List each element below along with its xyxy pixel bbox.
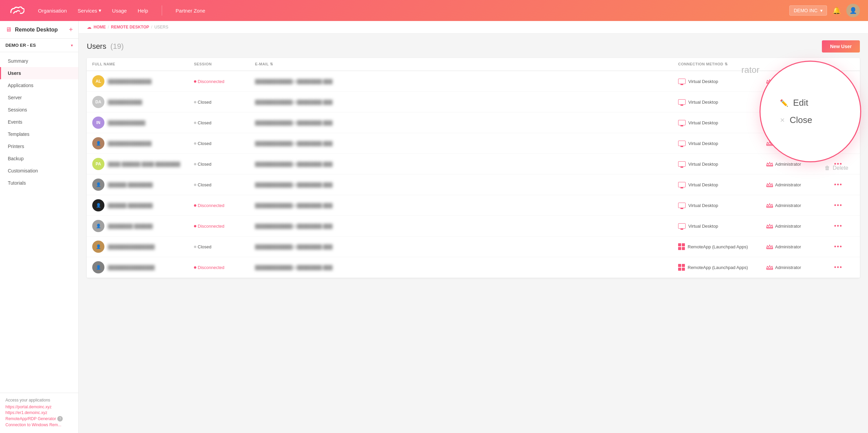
conn-label: Virtual Desktop	[688, 100, 718, 105]
crown-icon	[766, 203, 773, 208]
cell-role: Administrator	[766, 182, 834, 187]
sidebar-item-tutorials[interactable]: Tutorials	[0, 177, 78, 189]
sidebar-item-summary[interactable]: Summary	[0, 55, 78, 67]
sidebar-item-events[interactable]: Events	[0, 116, 78, 128]
col-connmethod[interactable]: CONNECTION METHOD ⇅	[678, 62, 766, 66]
svg-rect-9	[767, 269, 773, 270]
sidebar-title: Remote Desktop	[15, 27, 65, 33]
col-email[interactable]: E-MAIL ⇅	[255, 62, 678, 66]
session-dot	[194, 101, 196, 103]
table-row: 👤 ███████████████ Closed ████████████@██…	[87, 236, 860, 257]
users-table: FULL NAME SESSION E-MAIL ⇅ CONNECTION ME…	[87, 58, 860, 278]
conn-label: Virtual Desktop	[688, 141, 718, 146]
user-avatar: 👤	[92, 241, 104, 253]
monitor-icon	[678, 182, 686, 187]
cell-name: 👤 ██████████████	[92, 137, 194, 149]
nav-usage[interactable]: Usage	[112, 8, 127, 14]
conn-label: RemoteApp (Launchpad Apps)	[688, 265, 748, 270]
conn-label: Virtual Desktop	[688, 79, 718, 84]
row-actions-button[interactable]: •••	[834, 161, 854, 168]
content-area: Users (19) New User FULL NAME SESSION E-…	[79, 34, 868, 433]
user-name: ███████████	[108, 100, 142, 105]
sidebar-footer: Access your applications https://portal.…	[0, 393, 78, 433]
nav-help[interactable]: Help	[138, 8, 148, 14]
org-selector[interactable]: DEMO INC ▾	[789, 5, 827, 16]
remote-desktop-icon: 🖥	[5, 26, 12, 33]
cell-email: ████████████@████████.███	[255, 79, 678, 84]
context-menu-popup[interactable]: ✏️ Edit ✕ Close	[760, 61, 861, 162]
row-actions-button[interactable]: •••	[834, 181, 854, 188]
table-row: 👤 ██████████████ Closed ████████████@███…	[87, 133, 860, 154]
table-row: IN ████████████ Closed ████████████@████…	[87, 112, 860, 133]
cell-name: 👤 ██████ ████████	[92, 199, 194, 211]
popup-edit-item[interactable]: ✏️ Edit	[780, 98, 841, 108]
sidebar-item-templates[interactable]: Templates	[0, 128, 78, 140]
nav-services[interactable]: Services ▾	[78, 7, 101, 14]
page-title: Users (19)	[87, 42, 124, 51]
row-actions-button[interactable]: •••	[834, 202, 854, 209]
conn-label: Virtual Desktop	[688, 182, 718, 187]
session-dot	[194, 266, 196, 269]
nav-partner-zone[interactable]: Partner Zone	[176, 8, 205, 14]
nav-divider	[162, 5, 162, 16]
sidebar-add-button[interactable]: +	[69, 26, 73, 34]
logo[interactable]	[8, 5, 24, 16]
row-actions-button[interactable]: •••	[834, 223, 854, 230]
user-avatar[interactable]: 👤	[846, 4, 860, 17]
cell-session: Closed	[194, 244, 255, 249]
cell-name: DA ███████████	[92, 96, 194, 108]
user-name: ██████ ████████	[108, 182, 153, 187]
sidebar-item-backup[interactable]: Backup	[0, 152, 78, 165]
conn-label: Virtual Desktop	[688, 162, 718, 167]
cell-connection: Virtual Desktop	[678, 203, 766, 208]
sidebar-item-server[interactable]: Server	[0, 91, 78, 104]
close-icon: ✕	[780, 117, 785, 124]
cell-role: Administrator	[766, 265, 834, 270]
session-dot	[194, 184, 196, 186]
role-label: Administrator	[775, 203, 801, 208]
svg-rect-8	[767, 248, 773, 249]
nav-organisation[interactable]: Organisation	[38, 8, 67, 14]
sidebar-org[interactable]: DEMO ER - ES ▾	[0, 39, 78, 52]
popup-close-item[interactable]: ✕ Close	[780, 115, 841, 125]
user-avatar: 👤	[92, 220, 104, 232]
row-actions-button[interactable]: •••	[834, 243, 854, 250]
monitor-icon	[678, 141, 686, 146]
cell-session: Closed	[194, 120, 255, 125]
notification-bell-icon[interactable]: 🔔	[832, 6, 841, 15]
cell-email: ████████████@████████.███	[255, 265, 678, 270]
sidebar-item-applications[interactable]: Applications	[0, 79, 78, 91]
breadcrumb-section[interactable]: REMOTE DESKTOP	[111, 25, 149, 29]
cell-name: 👤 ███████████████	[92, 241, 194, 253]
crown-icon	[766, 265, 773, 270]
cell-name: 👤 ██████ ████████	[92, 179, 194, 191]
footer-link-rdp[interactable]: RemoteApp/RDP Generator ?	[5, 416, 73, 421]
new-user-button[interactable]: New User	[822, 40, 860, 53]
row-actions-button[interactable]: •••	[834, 264, 854, 271]
footer-link-er1[interactable]: https://er1.demoinc.xyz	[5, 410, 73, 415]
crown-icon	[766, 244, 773, 249]
cell-name: PA ████ ██████ ████ ████████	[92, 158, 194, 170]
nav-right: DEMO INC ▾ 🔔 👤	[789, 4, 860, 17]
cell-connection: Virtual Desktop	[678, 161, 766, 167]
footer-link-connection[interactable]: Connection to Windows Rem...	[5, 422, 73, 427]
session-dot	[194, 204, 196, 207]
cell-email: ████████████@████████.███	[255, 100, 678, 105]
footer-link-portal[interactable]: https://portal.demoinc.xyz	[5, 405, 73, 409]
remoteapp-icon	[678, 264, 685, 271]
close-label: Close	[790, 115, 812, 125]
session-dot	[194, 142, 196, 145]
cell-connection: Virtual Desktop	[678, 79, 766, 84]
help-badge: ?	[57, 416, 63, 421]
breadcrumb-home[interactable]: HOME	[94, 25, 106, 29]
session-dot	[194, 225, 196, 227]
cell-email: ████████████@████████.███	[255, 141, 678, 146]
sidebar-item-customisation[interactable]: Customisation	[0, 165, 78, 177]
sidebar-item-printers[interactable]: Printers	[0, 140, 78, 152]
cell-role: Administrator	[766, 244, 834, 249]
sidebar-item-sessions[interactable]: Sessions	[0, 104, 78, 116]
cell-name: 👤 ███████████████	[92, 261, 194, 273]
sidebar-item-users[interactable]: Users	[0, 67, 78, 79]
user-avatar: 👤	[92, 199, 104, 211]
cell-session: Closed	[194, 182, 255, 187]
